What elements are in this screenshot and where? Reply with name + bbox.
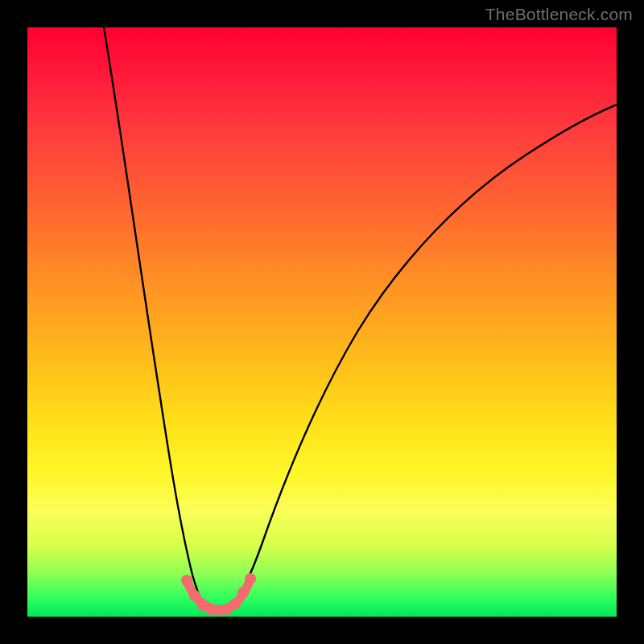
curve-right-branch <box>229 105 617 610</box>
bottom-marker-cluster <box>181 573 256 616</box>
plot-area <box>27 27 617 617</box>
curve-left-branch <box>104 27 208 610</box>
chart-frame: TheBottleneck.com <box>0 0 644 644</box>
attribution-text: TheBottleneck.com <box>485 5 633 24</box>
curve-layer <box>27 27 617 617</box>
